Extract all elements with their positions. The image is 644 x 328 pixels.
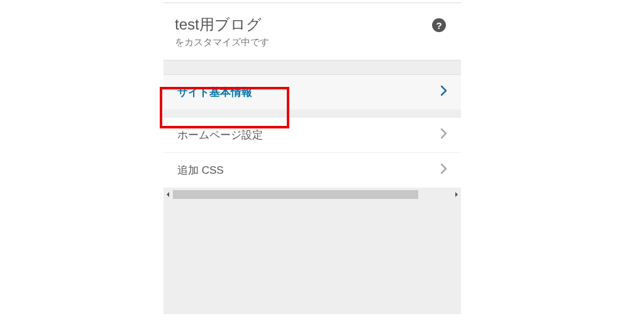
customizer-panel: test用ブログ をカスタマイズ中です ? サイト基本情報 ホームページ設定 追… bbox=[164, 3, 461, 314]
menu-item-label: サイト基本情報 bbox=[177, 85, 441, 99]
section-spacer bbox=[164, 60, 461, 75]
menu-item-label: ホームページ設定 bbox=[177, 128, 441, 142]
menu-item-label: 追加 CSS bbox=[177, 163, 441, 178]
scroll-track[interactable] bbox=[173, 190, 452, 199]
menu-item-site-identity[interactable]: サイト基本情報 bbox=[164, 75, 461, 110]
scroll-right-arrow-icon[interactable] bbox=[453, 191, 460, 198]
menu-gap bbox=[164, 110, 461, 118]
panel-header: test用ブログ をカスタマイズ中です ? bbox=[164, 3, 461, 60]
site-title: test用ブログ bbox=[175, 14, 432, 34]
menu-item-homepage-settings[interactable]: ホームページ設定 bbox=[164, 118, 461, 153]
chevron-right-icon bbox=[441, 128, 447, 142]
customizing-subtitle: をカスタマイズ中です bbox=[175, 37, 432, 48]
scroll-thumb[interactable] bbox=[173, 190, 418, 199]
help-icon[interactable]: ? bbox=[432, 18, 446, 32]
menu-item-additional-css[interactable]: 追加 CSS bbox=[164, 153, 461, 188]
horizontal-scrollbar[interactable] bbox=[164, 188, 461, 201]
scroll-left-arrow-icon[interactable] bbox=[165, 191, 171, 198]
chevron-right-icon bbox=[441, 86, 447, 99]
chevron-right-icon bbox=[441, 164, 447, 177]
preview-area bbox=[164, 188, 461, 314]
header-text: test用ブログ をカスタマイズ中です bbox=[175, 14, 432, 48]
